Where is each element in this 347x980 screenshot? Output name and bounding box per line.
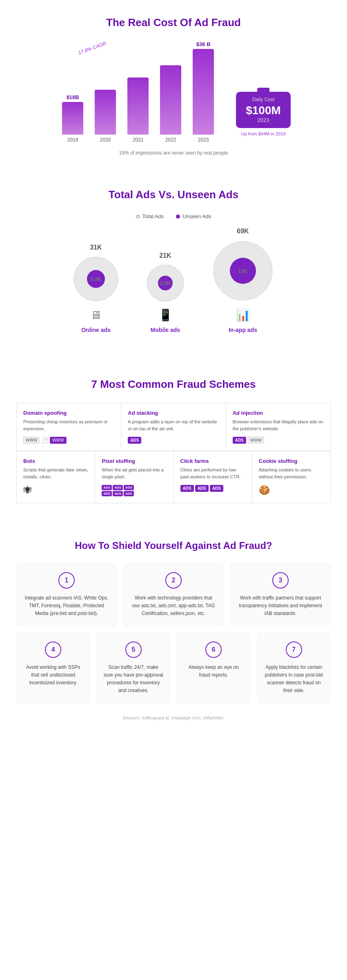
shield-step-3: 3 Work with traffic partners that suppor… [230,564,331,626]
donut-inapp-chart: 12K [210,238,276,303]
legend-label-unseen: Unseen Ads [182,213,211,219]
legend-total: Total Ads [136,213,164,219]
shield-step-6-number: 6 [205,642,222,658]
bots-icon: 🕷 [23,485,88,496]
legend: Total Ads Unseen Ads [24,213,323,219]
ad-stacking-icon: ADS [128,437,219,444]
shield-step-2-number: 2 [165,572,182,588]
chart-footnote: 18% of impressions are never seen by rea… [24,150,323,156]
scheme-cookie-stuffing-title: Cookie stuffing [259,458,324,464]
donut-mobile: 21K 3.9K 📱 Mobile ads [145,252,186,333]
donut-online-inner-label: 5.4K [90,276,101,282]
scheme-cookie-stuffing-desc: Attaching cookies to users without their… [259,467,324,480]
shield-top-steps: 1 Integrate ad scanners IAS, White Ops, … [16,564,331,626]
scheme-click-farms-title: Click farms [180,458,245,464]
scheme-ad-stacking-title: Ad stacking [128,410,219,416]
shield-step-1: 1 Integrate ad scanners IAS, White Ops, … [16,564,117,626]
click-farms-icon: ADS ADS ADS [180,485,245,492]
bar-2022: 2022 [154,58,187,143]
daily-cost-value: $100M [246,104,281,117]
scheme-bots-desc: Scripts that generate fake views, instal… [23,467,88,480]
section2-title: Total Ads Vs. Unseen Ads [24,188,323,201]
shield-step-2-text: Work with technology providers that use … [130,594,217,618]
shield-step-2: 2 Work with technology providers that us… [123,564,224,626]
scheme-click-farms-desc: Clicks are performed by low-paid workers… [180,467,245,480]
scheme-ad-injection-desc: Browser extensions that illegally place … [233,418,324,432]
bar-2023: $36 B 2023 [187,41,220,143]
scheme-bots-title: Bots [23,458,88,464]
legend-unseen: Unseen Ads [176,213,211,219]
donut-row: 31K 5.4K 🖥 Online ads 21K 3.9K 📱 [24,228,323,333]
shield-step-3-number: 3 [272,572,289,588]
shield-step-7-number: 7 [286,642,302,658]
scheme-domain-spoofing: Domain spoofing Presenting cheap invento… [17,403,121,450]
donut-inapp-inner-label: 12K [238,268,248,274]
section1-title: The Real Cost Of Ad Fraud [24,16,323,29]
shield-step-3-text: Work with traffic partners that support … [237,594,324,618]
donut-mobile-outer-label: 21K [159,252,171,259]
scheme-pixel-stuffing: Pixel stuffing When the ad gets placed i… [95,451,173,503]
bar-rect-2022 [160,65,181,135]
inapp-device-icon: 📊 [236,308,250,322]
shield-step-6: 6 Always keep an eye on fraud reports. [177,633,251,703]
bar-2019: $18B 2019 [56,94,89,143]
section3-title: 7 Most Common Fraud Schemes [16,378,331,391]
mobile-device-icon: 📱 [158,308,173,322]
bar-rect-2020 [95,90,116,135]
bar-rect-2019 [62,102,83,135]
shield-step-4: 4 Avoid working with SSPs that sell undi… [16,633,90,703]
donut-online-outer-label: 31K [90,244,102,251]
scheme-pixel-stuffing-title: Pixel stuffing [102,458,167,464]
scheme-click-farms: Click farms Clicks are performed by low-… [174,451,252,503]
shield-step-6-text: Always keep an eye on fraud reports. [184,664,244,679]
donut-inapp-outer-label: 69K [237,228,249,235]
schemes-bottom-grid: Bots Scripts that generate fake views, i… [16,451,331,503]
cookie-stuffing-icon: 🍪 [259,485,324,496]
donut-mobile-inner-label: 3.9K [160,280,171,286]
bar-2021: 2021 [122,70,154,143]
mobile-device-name: Mobile ads [151,327,180,333]
sources-note: Sources: trafficguard.ai, instapage.com,… [16,715,331,728]
shield-step-5-text: Scan traffic 24/7, make sure you have pr… [104,664,164,695]
donut-online-chart: 5.4K [71,254,120,303]
legend-dot-unseen [176,215,180,219]
scheme-ad-injection-title: Ad injection [233,410,324,416]
scheme-pixel-stuffing-desc: When the ad gets placed into a single pi… [102,467,167,480]
donut-online: 31K 5.4K 🖥 Online ads [71,244,120,333]
shield-step-1-text: Integrate ad scanners IAS, White Ops, TM… [23,594,110,618]
schemes-top-grid: Domain spoofing Presenting cheap invento… [16,403,331,451]
inapp-device-name: In-app ads [229,327,257,333]
ad-injection-icon: ADS WWW [233,437,324,444]
shield-step-4-text: Avoid working with SSPs that sell undisc… [23,664,83,687]
shield-title: How To Shield Yourself Against Ad Fraud? [16,540,331,551]
bar-chart: $18B 2019 2020 2021 2022 [56,41,220,143]
shield-bottom-steps: 4 Avoid working with SSPs that sell undi… [16,633,331,703]
daily-cost-note: Up from $44M in 2019 [241,131,286,136]
bar-label-2019: $18B [67,94,79,100]
donut-mobile-chart: 3.9K [145,263,186,303]
scheme-bots: Bots Scripts that generate fake views, i… [17,451,95,503]
shield-step-1-number: 1 [58,572,75,588]
scheme-ad-stacking-desc: A program adds a layer on top of the web… [128,418,219,432]
scheme-ad-injection: Ad injection Browser extensions that ill… [226,403,330,450]
bar-2020: 2020 [89,82,122,143]
section-ads-comparison: Total Ads Vs. Unseen Ads Total Ads Unsee… [0,176,347,354]
scheme-ad-stacking: Ad stacking A program adds a layer on to… [121,403,225,450]
section-shield: How To Shield Yourself Against Ad Fraud?… [0,528,347,741]
legend-label-total: Total Ads [142,213,164,219]
shield-step-7: 7 Apply blacklists for certain publisher… [257,633,331,703]
shield-step-5-number: 5 [125,642,142,658]
pixel-stuffing-icon: ADS ADS ADS ADS ADS ADS [102,485,134,496]
online-device-name: Online ads [81,327,111,333]
scheme-domain-spoofing-title: Domain spoofing [23,410,114,416]
daily-cost-year: 2023 [246,117,281,123]
domain-spoofing-icon: WWW 📄 WWW [23,437,114,444]
bar-rect-2021 [127,77,149,135]
legend-dot-total [136,215,140,219]
bar-rect-2023 [193,49,214,135]
online-device-icon: 🖥 [90,308,102,322]
daily-cost-box: Daily Cost $100M 2023 [236,92,291,128]
daily-cost-label: Daily Cost [246,97,281,102]
shield-step-7-text: Apply blacklists for certain publishers … [264,664,324,695]
donut-inapp: 69K 12K 📊 In-app ads [210,228,276,333]
